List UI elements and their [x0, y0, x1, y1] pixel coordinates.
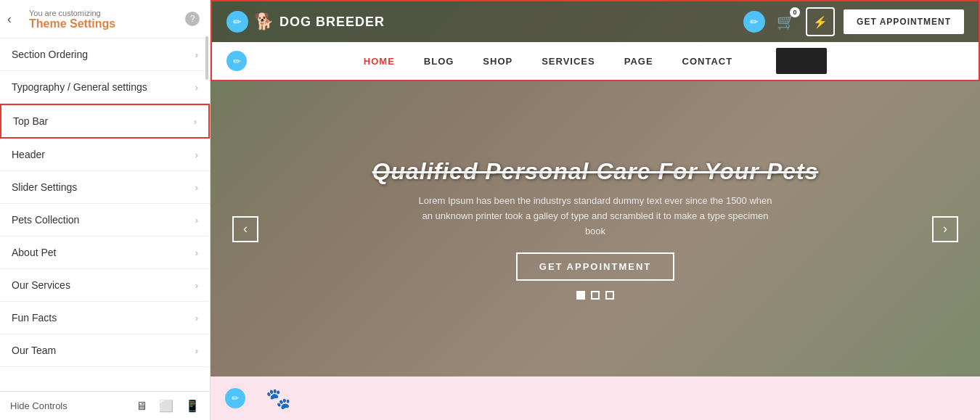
appointment-button[interactable]: GET APPOINTMENT [844, 9, 964, 34]
chevron-icon: › [195, 49, 198, 60]
sidebar-item-header[interactable]: Header › [0, 139, 210, 171]
cart-icon[interactable]: 🛒 0 [774, 10, 797, 33]
theme-settings-title: Theme Settings [29, 17, 198, 30]
logo-left: ✏ 🐕 DOG BREEDER [226, 11, 385, 33]
tablet-icon[interactable]: ⬜ [159, 399, 173, 413]
chevron-icon: › [194, 116, 197, 127]
hide-controls-label[interactable]: Hide Controls [10, 400, 124, 411]
sidebar-item-label: Fun Facts [12, 312, 57, 324]
sidebar-item-label: Section Ordering [12, 49, 88, 60]
nav-link-home[interactable]: HOME [364, 56, 395, 67]
help-button[interactable]: ? [185, 12, 200, 26]
chevron-icon: › [195, 345, 198, 356]
hero-dot-1[interactable] [576, 291, 585, 300]
back-button[interactable]: ‹ [7, 12, 12, 27]
sidebar-item-about-pet[interactable]: About Pet › [0, 236, 210, 269]
sidebar-footer: Hide Controls 🖥 ⬜ 📱 [0, 391, 210, 420]
nav-bar: ✏ HOME BLOG SHOP SERVICES PAGE CONTACT [212, 42, 979, 80]
sidebar-item-fun-facts[interactable]: Fun Facts › [0, 302, 210, 334]
chevron-icon: › [195, 215, 198, 226]
right-edit-icon[interactable]: ✏ [743, 11, 765, 33]
sidebar-item-top-bar[interactable]: Top Bar › [0, 104, 210, 139]
nav-link-contact[interactable]: CONTACT [682, 56, 733, 67]
hero-description: Lorem Ipsum has been the industrys stand… [414, 194, 777, 239]
sidebar-item-our-services[interactable]: Our Services › [0, 269, 210, 302]
sidebar-item-label: About Pet [12, 247, 57, 258]
nav-link-services[interactable]: SERVICES [542, 56, 595, 67]
hero-dot-3[interactable] [605, 291, 614, 300]
sidebar-nav: Section Ordering › Typography / General … [0, 38, 210, 391]
sidebar-item-label: Top Bar [13, 115, 48, 127]
next-arrow-button[interactable]: › [932, 216, 958, 242]
sidebar-item-our-team[interactable]: Our Team › [0, 334, 210, 367]
logo-text: DOG BREEDER [279, 15, 385, 30]
sidebar-item-typography[interactable]: Typography / General settings › [0, 71, 210, 104]
hero-title: Qualified Personal Care For Your Pets [372, 158, 819, 185]
search-button[interactable]: ⚡ [806, 7, 835, 36]
pencil-icon: ✏ [233, 56, 241, 67]
chevron-icon: › [195, 149, 198, 160]
sidebar-item-slider-settings[interactable]: Slider Settings › [0, 171, 210, 204]
nav-link-blog[interactable]: BLOG [424, 56, 454, 67]
sidebar-item-label: Our Team [12, 345, 56, 356]
logo-edit-icon[interactable]: ✏ [226, 11, 248, 33]
chevron-icon: › [195, 280, 198, 291]
sidebar-item-pets-collection[interactable]: Pets Collection › [0, 204, 210, 236]
logo-right: ✏ 🛒 0 ⚡ GET APPOINTMENT [743, 7, 964, 36]
hero-content: ‹ Qualified Personal Care For Your Pets … [211, 81, 980, 376]
sidebar-item-label: Our Services [12, 279, 70, 291]
logo-bar: ✏ 🐕 DOG BREEDER ✏ 🛒 0 ⚡ G [212, 1, 979, 42]
bottom-section: ✏ 🐾 [211, 376, 980, 420]
nav-links: HOME BLOG SHOP SERVICES PAGE CONTACT [364, 48, 827, 74]
main-preview: ✏ 🐕 DOG BREEDER ✏ 🛒 0 ⚡ G [211, 0, 980, 420]
chevron-icon: › [195, 82, 198, 93]
hero-cta-button[interactable]: GET APPOINTMENT [516, 252, 674, 281]
hero-background: ✏ 🐕 DOG BREEDER ✏ 🛒 0 ⚡ G [211, 0, 980, 420]
sidebar-item-section-ordering[interactable]: Section Ordering › [0, 38, 210, 71]
sidebar-item-label: Pets Collection [12, 214, 79, 226]
nav-link-shop[interactable]: SHOP [483, 56, 513, 67]
pencil-icon: ✏ [750, 16, 759, 28]
search-icon: ⚡ [813, 15, 828, 29]
sidebar-item-label: Slider Settings [12, 181, 77, 193]
nav-edit-icon[interactable]: ✏ [226, 51, 247, 71]
scrollbar[interactable] [205, 36, 208, 80]
sidebar-item-label: Header [12, 149, 45, 160]
top-bar-section: ✏ 🐕 DOG BREEDER ✏ 🛒 0 ⚡ G [211, 0, 980, 81]
nav-link-page[interactable]: PAGE [624, 56, 653, 67]
chevron-icon: › [195, 247, 198, 258]
chevron-icon: › [195, 313, 198, 324]
pencil-icon: ✏ [232, 393, 239, 403]
sidebar-header: ‹ You are customizing Theme Settings ? [0, 0, 210, 38]
prev-arrow-button[interactable]: ‹ [232, 216, 258, 242]
nav-dark-box [776, 48, 827, 74]
desktop-icon[interactable]: 🖥 [136, 400, 147, 413]
dog-logo-icon: 🐕 [254, 12, 274, 31]
hero-dot-2[interactable] [591, 291, 600, 300]
hero-dots [576, 291, 614, 300]
mobile-icon[interactable]: 📱 [185, 399, 200, 413]
chevron-icon: › [195, 182, 198, 193]
pencil-icon: ✏ [233, 16, 242, 28]
bottom-dog-icon: 🐾 [260, 380, 296, 416]
sidebar-item-label: Typography / General settings [12, 81, 147, 93]
bottom-edit-icon[interactable]: ✏ [225, 388, 245, 408]
sidebar: ‹ You are customizing Theme Settings ? S… [0, 0, 211, 420]
cart-badge: 0 [790, 7, 800, 17]
customizing-text: You are customizing [29, 9, 198, 17]
